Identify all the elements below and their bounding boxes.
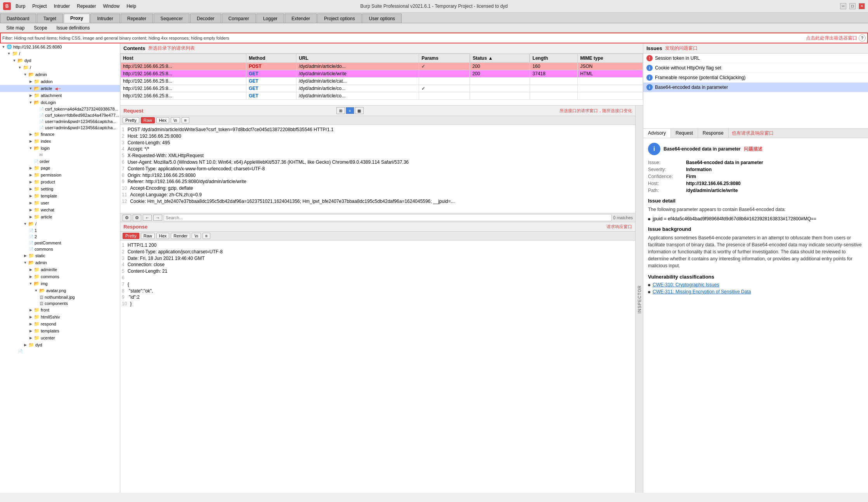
table-row-mime[interactable] bbox=[578, 85, 643, 92]
req-search-input[interactable] bbox=[164, 214, 612, 221]
tree-item-page[interactable]: ▶ 📁 permission bbox=[0, 171, 120, 178]
expand-setting[interactable]: ▶ bbox=[29, 194, 33, 198]
tree-item-login[interactable]: ▼ 📂 login bbox=[0, 145, 120, 152]
tree-item-img[interactable]: ▼ 📂 avatar.png bbox=[0, 287, 120, 294]
tree-item-art-slash[interactable]: 📄 1 bbox=[0, 227, 120, 234]
table-row-host[interactable]: http://192.166.66.25:8... bbox=[121, 92, 246, 99]
table-row-params[interactable] bbox=[419, 92, 470, 99]
tree-item-csrf1[interactable]: ▶ 📄 csrf_token=a4d4da27373246938678... bbox=[0, 106, 120, 112]
response-content[interactable]: 1HTTP/1.1 2002Content-Type: application/… bbox=[120, 241, 635, 493]
expand-components[interactable]: ▶ bbox=[29, 308, 33, 312]
tab-extender[interactable]: Extender bbox=[285, 14, 317, 23]
advisory-tab-response[interactable]: Response bbox=[698, 129, 729, 138]
expand-ucenter[interactable]: ▶ bbox=[23, 343, 27, 347]
tree-item-wechat[interactable]: ▶ 📁 article bbox=[0, 213, 120, 220]
table-row-length[interactable] bbox=[530, 77, 578, 85]
tree-item-article2[interactable]: ▼ 📂 / bbox=[0, 220, 120, 227]
table-row-url[interactable]: /dyd/admin/article/co... bbox=[296, 85, 419, 92]
tree-item-avatar[interactable]: 🖼 nothumbnail.jpg bbox=[0, 294, 120, 300]
advisory-content[interactable]: i Base64-encoded data in parameter 问题描述 … bbox=[643, 138, 868, 493]
filter-text[interactable]: Filter: Hiding not found items; hiding C… bbox=[2, 36, 803, 40]
tree-item-templates[interactable]: ▶ 📁 ucenter bbox=[0, 334, 120, 341]
tree-item-setting[interactable]: ▶ 📁 template template bbox=[0, 192, 120, 199]
menu-repeater[interactable]: Repeater bbox=[74, 3, 98, 9]
expand-static-admin[interactable]: ▶ bbox=[29, 268, 33, 272]
tree-item-dyd[interactable]: ▼ 📂 dyd bbox=[0, 57, 120, 64]
expand-user[interactable]: ▶ bbox=[29, 208, 33, 212]
col-mime[interactable]: MIME type bbox=[578, 54, 643, 63]
menu-intruder[interactable]: Intruder bbox=[52, 3, 72, 9]
issue-item[interactable]: iFrameable response (potential Clickjack… bbox=[643, 73, 868, 83]
tree-item-dyd-slash[interactable]: ▼ 📁 / bbox=[0, 64, 120, 71]
expand-doLogin[interactable]: ▼ bbox=[29, 100, 33, 104]
col-host[interactable]: Host bbox=[121, 54, 246, 63]
tree-item-logout[interactable]: ▶ 📄 order bbox=[0, 158, 120, 164]
tree-item-front[interactable]: ▶ 📁 htmlI5shiv bbox=[0, 313, 120, 320]
expand-static-commons[interactable]: ▼ bbox=[29, 282, 33, 286]
col-method[interactable]: Method bbox=[246, 54, 296, 63]
table-row-status[interactable]: 200 bbox=[470, 62, 530, 70]
table-row-url[interactable]: /dyd/admin/article/cat... bbox=[296, 77, 419, 85]
vuln-link-0[interactable]: CWE-310: Cryptographic Issues bbox=[653, 282, 719, 287]
request-content[interactable]: 1POST /dyd/admin/article/doWriteSave?csr… bbox=[120, 125, 635, 213]
expand-root[interactable]: ▼ bbox=[7, 52, 11, 55]
tree-item-static-commons[interactable]: ▼ 📂 img bbox=[0, 280, 120, 287]
req-raw-btn[interactable]: Raw bbox=[141, 117, 155, 123]
req-next-btn[interactable]: → bbox=[153, 215, 162, 221]
table-row-length[interactable] bbox=[530, 92, 578, 99]
tab-dashboard[interactable]: Dashboard bbox=[0, 14, 36, 23]
res-pretty-btn[interactable]: Pretty bbox=[123, 233, 139, 239]
tree-item-finance[interactable]: ▶ 📁 finance bbox=[0, 131, 120, 138]
tree-item-art-1[interactable]: 📄 2 bbox=[0, 234, 120, 240]
expand-order[interactable]: ▶ bbox=[29, 166, 33, 170]
table-row-mime[interactable]: JSON bbox=[578, 62, 643, 70]
expand-permission[interactable]: ▶ bbox=[29, 180, 33, 184]
table-row-length[interactable] bbox=[530, 85, 578, 92]
expand-index[interactable]: ▶ bbox=[29, 139, 33, 143]
menu-project[interactable]: Project bbox=[30, 3, 49, 9]
table-row-method[interactable]: GET bbox=[246, 77, 296, 85]
req-menu-btn[interactable]: ≡ bbox=[182, 117, 189, 123]
req-settings-btn[interactable]: ⚙ bbox=[133, 215, 141, 221]
view-table-btn[interactable]: ▦ bbox=[355, 107, 364, 114]
tree-item-static-admin[interactable]: ▶ 📁 adminIte bbox=[0, 266, 120, 273]
tree-item-admin[interactable]: ▼ 📂 admin bbox=[0, 71, 120, 78]
res-n-btn[interactable]: \n bbox=[192, 233, 201, 239]
expand-wechat[interactable]: ▶ bbox=[29, 215, 33, 219]
expand-template[interactable]: ▶ bbox=[29, 201, 33, 205]
table-row-method[interactable]: GET bbox=[246, 92, 296, 99]
expand-dyd[interactable]: ▼ bbox=[12, 59, 16, 62]
res-raw-btn[interactable]: Raw bbox=[141, 233, 155, 239]
close-button[interactable]: ✕ bbox=[859, 3, 865, 9]
tree-item-htmlI5shiv[interactable]: ▶ 📁 respond bbox=[0, 320, 120, 327]
res-render-btn[interactable]: Render bbox=[171, 233, 190, 239]
menu-window[interactable]: Window bbox=[100, 3, 122, 9]
view-list-btn[interactable]: ≡ bbox=[346, 107, 354, 114]
table-row-params[interactable]: ✓ bbox=[419, 85, 470, 92]
table-row-status[interactable] bbox=[470, 77, 530, 85]
tree-item-nothumbnail[interactable]: 🖼 components bbox=[0, 300, 120, 306]
tree-item-permission[interactable]: ▶ 📁 product bbox=[0, 178, 120, 185]
tree-item-host[interactable]: ▼ 🌐 http://192.166.66.25:8080 bbox=[0, 43, 120, 50]
expand-adminIte[interactable]: ▶ bbox=[29, 275, 33, 279]
sub-tab-sitemap[interactable]: Site map bbox=[3, 24, 28, 31]
tree-item-login-mail[interactable]: ▶ ✉ bbox=[0, 152, 120, 158]
table-row-method[interactable]: GET bbox=[246, 85, 296, 92]
tree-item-csrf2[interactable]: ▶ 📄 csrf_token=fdb8ed982acd4a479e477... bbox=[0, 112, 120, 118]
tree-item-adminIte[interactable]: ▶ 📁 commons bbox=[0, 273, 120, 280]
table-row-method[interactable]: GET bbox=[246, 70, 296, 77]
inspector-panel[interactable]: INSPECTOR bbox=[635, 106, 643, 493]
tree-item-user2[interactable]: ▶ 📄 user=admin&pwd=123456&captcha... bbox=[0, 125, 120, 131]
expand-page[interactable]: ▶ bbox=[29, 173, 33, 177]
table-row-params[interactable] bbox=[419, 77, 470, 85]
maximize-button[interactable]: □ bbox=[849, 3, 856, 9]
advisory-tab-advisory[interactable]: Advisory bbox=[643, 129, 671, 138]
tree-item-respond[interactable]: ▶ 📁 templates bbox=[0, 327, 120, 334]
tab-target[interactable]: Target bbox=[37, 14, 63, 23]
col-params[interactable]: Params bbox=[419, 54, 470, 63]
tree-item-root-slash[interactable]: ▼ 📁 / bbox=[0, 50, 120, 57]
tree-item-order[interactable]: ▶ 📁 page bbox=[0, 164, 120, 171]
expand-product[interactable]: ▶ bbox=[29, 187, 33, 191]
col-status[interactable]: Status ▲ bbox=[470, 54, 530, 62]
sub-tab-issue-definitions[interactable]: Issue definitions bbox=[53, 24, 93, 31]
